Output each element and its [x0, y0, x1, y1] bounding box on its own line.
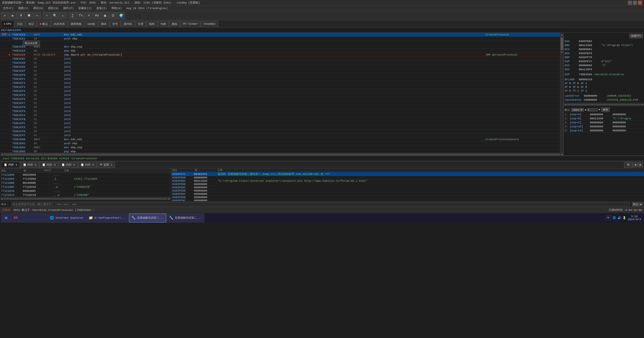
taskbar-start-button[interactable]: ⊞	[1, 213, 11, 222]
table-row[interactable]: 75DE3CED CC int3	[0, 61, 560, 65]
table-row[interactable]: 75DE3CFD CC int3	[0, 125, 560, 129]
flag-sf[interactable]: SF 0	[573, 86, 579, 89]
tab-handles[interactable]: 句柄	[158, 21, 169, 27]
toolbar-btn-6[interactable]: ⚡	[43, 12, 51, 19]
tab-threads[interactable]: 线程	[146, 21, 157, 27]
toolbar-btn-13[interactable]: ▦	[101, 12, 109, 19]
table-row[interactable]: 75DE3CF7 CC int3	[0, 101, 560, 105]
toolbar-btn-9[interactable]: ∑	[69, 12, 77, 19]
tab-source[interactable]: 源代码	[121, 21, 135, 27]
table-row[interactable]: 75DE3CF4 CC int3	[0, 89, 560, 93]
disasm-scrollbar[interactable]: ▲ ▼	[560, 33, 563, 153]
table-row[interactable]: 75DE3D05 5D pop ebp	[0, 149, 560, 153]
mem-nav-prev[interactable]: ◀	[633, 162, 638, 167]
right-mem-row-1[interactable]: 0303FE7C 00401441 返回到 吾爱破解培训第二课实例一_dump_…	[171, 172, 644, 176]
taskbar-item-folder[interactable]: 📁 D:\SoftwareTest\...	[86, 213, 128, 222]
disasm-table[interactable]: EIP ● 75DE3CE0 8BFF mov edi,edi CreatePr…	[0, 33, 560, 153]
mem-tab-3[interactable]: 📋 内存 3	[39, 162, 58, 168]
menu-item-V[interactable]: 视图(V)	[16, 6, 31, 11]
table-row[interactable]: 75DE3D00 8BFF mov edi,edi CreateProcessA…	[0, 137, 560, 141]
flag-af[interactable]: AF 1	[581, 82, 587, 85]
mem-row-4[interactable]: 7712100C 77128220 ..w L"CONOUT$"	[0, 185, 171, 189]
reg-row-laststatus[interactable]: LastStatus C000000D (STATUS_INVALID_PAR	[564, 98, 644, 102]
toolbar-btn-12[interactable]: Aa	[93, 12, 101, 19]
table-row[interactable]: 75DE3CF5 CC int3	[0, 93, 560, 97]
mem-hscrollbar[interactable]: ◀ ▶	[0, 197, 171, 200]
reg-row-edx[interactable]: EDX 0303FEF8	[564, 51, 644, 55]
stack-row-2[interactable]: 2: [esp+8] 00A133A0 "C:\\Progra	[564, 117, 644, 121]
mem-row-1[interactable]: 77121000 00020000 ....	[0, 173, 171, 177]
menu-item-F[interactable]: 文件(F)	[1, 6, 16, 11]
tab-refs[interactable]: 引用	[135, 21, 146, 27]
tab-log[interactable]: 日志	[14, 21, 25, 27]
toolbar-btn-1[interactable]: ↩	[1, 12, 9, 19]
reg-row-ebp[interactable]: EBP 0303FF70	[564, 55, 644, 59]
reg-default-select[interactable]: (stdca	[571, 108, 584, 112]
menu-item-H[interactable]: 帮助(H)	[109, 6, 124, 11]
table-row[interactable]: 75DE3CEF CC int3	[0, 69, 560, 73]
reg-row-ecx[interactable]: ECX 00000001	[564, 47, 644, 51]
mem-tab-2[interactable]: 📋 内存 2	[20, 162, 39, 168]
scroll-left-btn[interactable]: ◀	[1, 153, 3, 156]
taskbar-item-debugger-1[interactable]: 🔧 吾爱破解培训第二...	[129, 213, 166, 222]
disasm-hscrollbar[interactable]: ◀ ▶	[0, 153, 563, 156]
right-mem-row-8[interactable]: 0303FE98 00000000	[171, 196, 644, 199]
scroll-up-btn[interactable]: ▲	[561, 34, 562, 36]
table-row[interactable]: 75DE3CF0 CC int3	[0, 73, 560, 77]
right-mem-row-7[interactable]: 0303FE94 00000000	[171, 193, 644, 196]
table-row[interactable]: 75DE3CFA CC int3	[0, 113, 560, 117]
flag-of[interactable]: OF 0	[565, 86, 571, 89]
reg-row-eax[interactable]: EAX 0303FEB4	[564, 39, 644, 43]
toolbar-btn-15[interactable]: 🌍	[117, 12, 125, 19]
tab-cpu[interactable]: CPU	[1, 21, 14, 27]
tray-clock[interactable]: 3:18 2024/9/3	[628, 215, 641, 221]
toolbar-btn-3[interactable]: ⏸	[17, 12, 25, 19]
right-mem-row-3[interactable]: 0303FE84 00A133A0 "C:\\Program Files\\In…	[171, 179, 644, 183]
menu-item-D[interactable]: 调试(D)	[31, 6, 46, 11]
reg-row-esi[interactable]: ESI 00000056 'V'	[564, 63, 644, 67]
toolbar-btn-7[interactable]: 🔍	[51, 12, 59, 19]
table-row[interactable]: 75DE3CFB CC int3	[0, 117, 560, 121]
flag-tf[interactable]: TF 1	[573, 90, 579, 92]
table-row[interactable]: 75DE3CFF CC int3	[0, 133, 560, 137]
tab-symbols[interactable]: 符号	[110, 21, 121, 27]
minimize-button[interactable]: —	[628, 1, 632, 5]
table-row[interactable]: 75DE3D03 8BEC mov ebp,esp	[0, 145, 560, 149]
table-row[interactable]: 75DE3CFE CC int3	[0, 129, 560, 133]
disasm-row-eip[interactable]: EIP ● 75DE3CE0 8BFF mov edi,edi CreatePr…	[0, 33, 560, 37]
scroll-right-btn[interactable]: ▶	[562, 153, 563, 156]
table-row[interactable]: 75DE3CF2 CC int3	[0, 81, 560, 85]
table-row[interactable]: 75DE3CE2 55 push ebp	[0, 37, 560, 41]
mem-row-6[interactable]: 77121014 77128210 ...w L"CONIN$"	[0, 193, 171, 197]
flag-df[interactable]: DF 0	[581, 86, 587, 89]
reg-row-eip[interactable]: EIP 75DE3CE0 <kernel32.CreateProc	[564, 72, 644, 77]
reg-hscrollbar[interactable]: ◀ ▶	[564, 103, 644, 106]
table-row[interactable]: 75DE3D02 55 push ebp	[0, 141, 560, 145]
reg-default-num-input[interactable]	[588, 108, 598, 111]
hide-fpu-button[interactable]: 隐藏FPU	[629, 34, 643, 38]
right-mem-row-5[interactable]: 0303FE8C 00000000	[171, 186, 644, 189]
tab-snowman[interactable]: Snowman	[201, 21, 218, 27]
cmd-input[interactable]	[11, 202, 630, 207]
reg-row-ebx[interactable]: EBX 00A133A0 "C:\Program Files\\	[564, 43, 644, 47]
menu-item-N[interactable]: 跟踪(N)	[46, 6, 61, 11]
toolbar-btn-8[interactable]: ✏	[59, 12, 67, 19]
tab-notes[interactable]: 笔记	[26, 21, 37, 27]
tab-pe-viewer[interactable]: PE Viewer	[180, 21, 201, 27]
hscroll-thumb[interactable]	[4, 154, 561, 156]
menu-item-Aug282024TitanEngine[interactable]: Aug 28 2024 (TitanEngine)	[124, 6, 170, 10]
table-row[interactable]: 75DE3CF9 CC int3	[0, 109, 560, 113]
mem-tab-1[interactable]: 📋 内存 1	[1, 162, 20, 168]
right-mem-row-9[interactable]: 0303FE9C 00000000	[171, 199, 644, 201]
table-row[interactable]: 75DE3CE4 5D pop ebp	[0, 49, 560, 53]
menu-item-O[interactable]: 选项(O)	[94, 6, 109, 11]
menu-item-I[interactable]: 收藏夹(I)	[76, 6, 94, 11]
table-row[interactable]: 75DE3CF1 CC int3	[0, 77, 560, 81]
right-mem-row-2[interactable]: 0303FE80 00000000	[171, 176, 644, 179]
down-arrow[interactable]: ▼	[599, 108, 600, 111]
mem-tab-5[interactable]: 📋 内存 5	[78, 162, 97, 168]
reg-row-esp[interactable]: ESP 0303FE7C &"jVj"	[564, 59, 644, 63]
scroll-thumb[interactable]	[561, 37, 563, 50]
table-row[interactable]: ● 75DE3CE6 FF25 8814E375 jmp dword ptr d…	[0, 53, 560, 57]
mem-tab-4[interactable]: 📋 内存 4	[59, 162, 78, 168]
